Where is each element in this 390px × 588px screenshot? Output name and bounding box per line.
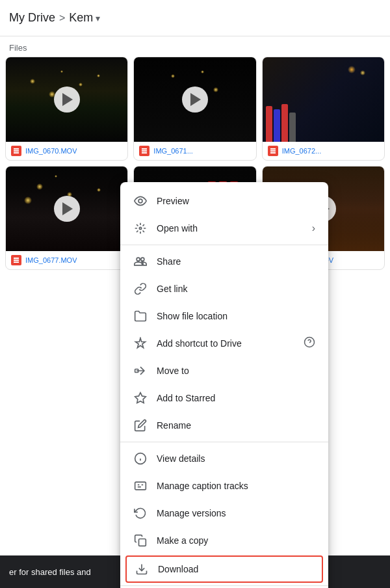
menu-label-get-link: Get link <box>157 284 315 294</box>
menu-divider-2 <box>120 442 328 442</box>
share-icon <box>133 254 148 269</box>
edit-icon <box>133 418 148 433</box>
menu-label-add-shortcut: Add shortcut to Drive <box>157 338 294 349</box>
shortcut-help-icon[interactable] <box>304 336 315 351</box>
svg-rect-9 <box>139 539 146 546</box>
menu-item-rename[interactable]: Rename <box>120 412 328 439</box>
menu-item-add-shortcut[interactable]: Add shortcut to Drive <box>120 330 328 357</box>
menu-item-preview[interactable]: Preview <box>120 187 328 215</box>
open-with-icon <box>133 221 148 235</box>
menu-item-download[interactable]: Download <box>125 555 323 583</box>
menu-label-preview: Preview <box>157 196 315 206</box>
menu-label-open-with: Open with <box>157 223 303 234</box>
menu-item-share[interactable]: Share <box>120 248 328 275</box>
shortcut-icon <box>133 336 148 351</box>
menu-label-make-copy: Make a copy <box>157 535 315 546</box>
menu-label-share: Share <box>157 256 315 267</box>
menu-label-move-to: Move to <box>157 366 315 376</box>
link-icon <box>133 282 148 296</box>
menu-label-download: Download <box>158 564 314 574</box>
menu-item-move-to[interactable]: Move to <box>120 357 328 384</box>
caption-icon <box>133 479 148 493</box>
menu-item-make-copy[interactable]: Make a copy <box>120 527 328 554</box>
menu-label-manage-caption: Manage caption tracks <box>157 481 315 491</box>
download-icon <box>135 562 149 576</box>
menu-label-view-details: View details <box>157 453 315 464</box>
eye-icon <box>133 194 148 208</box>
menu-label-add-starred: Add to Starred <box>157 393 315 403</box>
menu-divider-3 <box>120 585 328 586</box>
menu-item-open-with[interactable]: Open with › <box>120 215 328 242</box>
context-menu-overlay[interactable]: Preview Open with › Share <box>0 0 390 588</box>
open-with-arrow: › <box>312 222 315 234</box>
info-icon <box>133 451 148 466</box>
move-icon <box>133 364 148 378</box>
svg-point-0 <box>138 199 142 203</box>
context-menu: Preview Open with › Share <box>120 182 328 588</box>
svg-rect-8 <box>135 482 146 490</box>
menu-item-show-file-location[interactable]: Show file location <box>120 302 328 330</box>
copy-icon <box>133 533 148 548</box>
menu-label-manage-versions: Manage versions <box>157 508 315 518</box>
menu-item-add-starred[interactable]: Add to Starred <box>120 384 328 412</box>
menu-item-manage-versions[interactable]: Manage versions <box>120 500 328 527</box>
svg-marker-4 <box>135 393 146 403</box>
svg-point-1 <box>139 227 141 229</box>
menu-item-manage-caption[interactable]: Manage caption tracks <box>120 472 328 500</box>
folder-icon <box>133 309 148 323</box>
star-icon <box>133 391 148 405</box>
menu-label-show-file-location: Show file location <box>157 311 315 321</box>
menu-item-get-link[interactable]: Get link <box>120 275 328 302</box>
menu-item-view-details[interactable]: View details <box>120 445 328 472</box>
menu-divider-1 <box>120 245 328 245</box>
history-icon <box>133 506 148 520</box>
menu-label-rename: Rename <box>157 420 315 431</box>
